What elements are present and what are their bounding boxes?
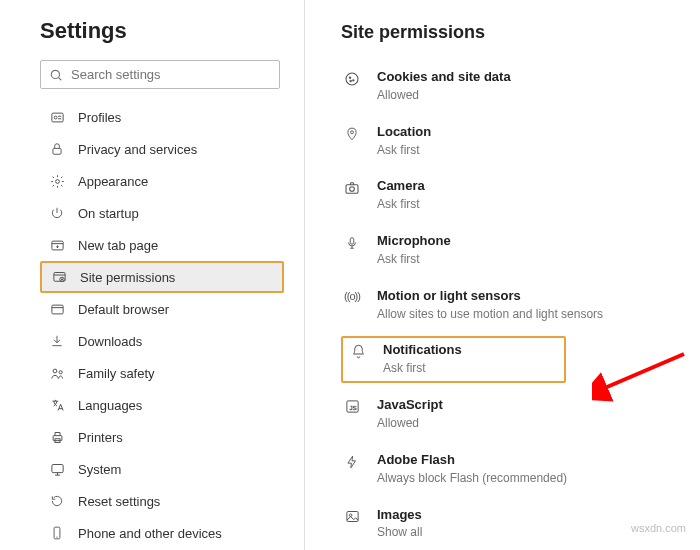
sidebar-item-appearance[interactable]: Appearance (40, 165, 284, 197)
lock-icon (48, 142, 66, 156)
svg-rect-9 (51, 305, 62, 314)
perm-sub: Ask first (377, 196, 425, 213)
page-title: Settings (40, 18, 284, 44)
perm-title: Adobe Flash (377, 452, 567, 469)
perm-microphone[interactable]: Microphone Ask first (341, 227, 700, 274)
perm-title: Motion or light sensors (377, 288, 603, 305)
svg-point-21 (351, 130, 354, 133)
sidebar-item-default-browser[interactable]: Default browser (40, 293, 284, 325)
perm-cookies[interactable]: Cookies and site data Allowed (341, 63, 700, 110)
sidebar-item-system[interactable]: System (40, 453, 284, 485)
browser-icon (48, 302, 66, 317)
perm-sub: Allowed (377, 87, 511, 104)
sidebar-item-phone[interactable]: Phone and other devices (40, 517, 284, 549)
sidebar-item-site-permissions[interactable]: Site permissions (40, 261, 284, 293)
perm-title: JavaScript (377, 397, 443, 414)
appearance-icon (48, 174, 66, 189)
microphone-icon (341, 233, 363, 251)
sidebar-item-label: New tab page (78, 238, 158, 253)
perm-sub: Ask first (377, 251, 451, 268)
sidebar-item-label: Languages (78, 398, 142, 413)
sidebar-item-reset[interactable]: Reset settings (40, 485, 284, 517)
sidebar-item-label: Site permissions (80, 270, 175, 285)
flash-icon (341, 452, 363, 470)
perm-title: Microphone (377, 233, 451, 250)
sidebar-item-label: On startup (78, 206, 139, 221)
svg-rect-14 (51, 464, 62, 472)
location-icon (341, 124, 363, 142)
perm-sub: Show all (377, 524, 422, 541)
main-content: Site permissions Cookies and site data A… (305, 0, 700, 550)
cookie-icon (341, 69, 363, 87)
phone-icon (48, 526, 66, 540)
svg-point-18 (349, 77, 350, 78)
reset-icon (48, 494, 66, 508)
perm-sub: Allowed (377, 415, 443, 432)
profile-icon (48, 110, 66, 125)
sidebar-item-privacy[interactable]: Privacy and services (40, 133, 284, 165)
svg-point-19 (353, 80, 354, 81)
perm-title: Cookies and site data (377, 69, 511, 86)
svg-point-11 (59, 370, 62, 373)
family-icon (48, 366, 66, 381)
settings-sidebar: Settings Search settings Profiles Privac… (0, 0, 305, 550)
sidebar-item-printers[interactable]: Printers (40, 421, 284, 453)
svg-point-10 (53, 369, 57, 373)
svg-rect-4 (53, 148, 61, 154)
perm-sub: Ask first (383, 360, 462, 377)
perm-title: Notifications (383, 342, 462, 359)
sidebar-item-label: Appearance (78, 174, 148, 189)
sidebar-item-profiles[interactable]: Profiles (40, 101, 284, 133)
svg-rect-27 (346, 511, 357, 521)
svg-point-5 (55, 179, 59, 183)
sidebar-item-label: System (78, 462, 121, 477)
perm-sensors[interactable]: ((o)) Motion or light sensors Allow site… (341, 282, 700, 329)
perm-camera[interactable]: Camera Ask first (341, 172, 700, 219)
search-input[interactable]: Search settings (40, 60, 280, 89)
section-title: Site permissions (341, 22, 700, 43)
sidebar-item-family[interactable]: Family safety (40, 357, 284, 389)
perm-title: Images (377, 507, 422, 524)
sensor-icon: ((o)) (341, 288, 363, 302)
perm-location[interactable]: Location Ask first (341, 118, 700, 165)
sidebar-item-label: Privacy and services (78, 142, 197, 157)
image-icon (341, 507, 363, 524)
sidebar-item-label: Phone and other devices (78, 526, 222, 541)
watermark: wsxdn.com (631, 522, 686, 534)
download-icon (48, 334, 66, 348)
newtab-icon (48, 238, 66, 253)
perm-sub: Always block Flash (recommended) (377, 470, 567, 487)
printer-icon (48, 430, 66, 445)
sidebar-item-label: Default browser (78, 302, 169, 317)
sidebar-item-label: Downloads (78, 334, 142, 349)
system-icon (48, 462, 66, 477)
svg-text:JS: JS (349, 404, 356, 411)
svg-point-3 (54, 116, 57, 119)
perm-title: Location (377, 124, 431, 141)
search-placeholder: Search settings (71, 67, 161, 82)
sidebar-item-label: Printers (78, 430, 123, 445)
sidebar-item-label: Family safety (78, 366, 155, 381)
perm-javascript[interactable]: JS JavaScript Allowed (341, 391, 700, 438)
bell-icon (347, 342, 369, 359)
sidebar-item-startup[interactable]: On startup (40, 197, 284, 229)
sidebar-item-languages[interactable]: Languages (40, 389, 284, 421)
sidebar-item-newtab[interactable]: New tab page (40, 229, 284, 261)
sidebar-item-downloads[interactable]: Downloads (40, 325, 284, 357)
svg-point-23 (350, 187, 355, 192)
sidebar-item-label: Profiles (78, 110, 121, 125)
js-icon: JS (341, 397, 363, 414)
search-icon (49, 68, 63, 82)
power-icon (48, 206, 66, 220)
perm-sub: Ask first (377, 142, 431, 159)
svg-point-20 (350, 80, 351, 81)
perm-title: Camera (377, 178, 425, 195)
perm-notifications[interactable]: Notifications Ask first (341, 336, 566, 383)
sidebar-item-label: Reset settings (78, 494, 160, 509)
perm-flash[interactable]: Adobe Flash Always block Flash (recommen… (341, 446, 700, 493)
camera-icon (341, 178, 363, 196)
svg-line-1 (59, 77, 62, 80)
svg-rect-24 (350, 238, 354, 244)
language-icon (48, 398, 66, 413)
svg-point-0 (51, 70, 59, 78)
